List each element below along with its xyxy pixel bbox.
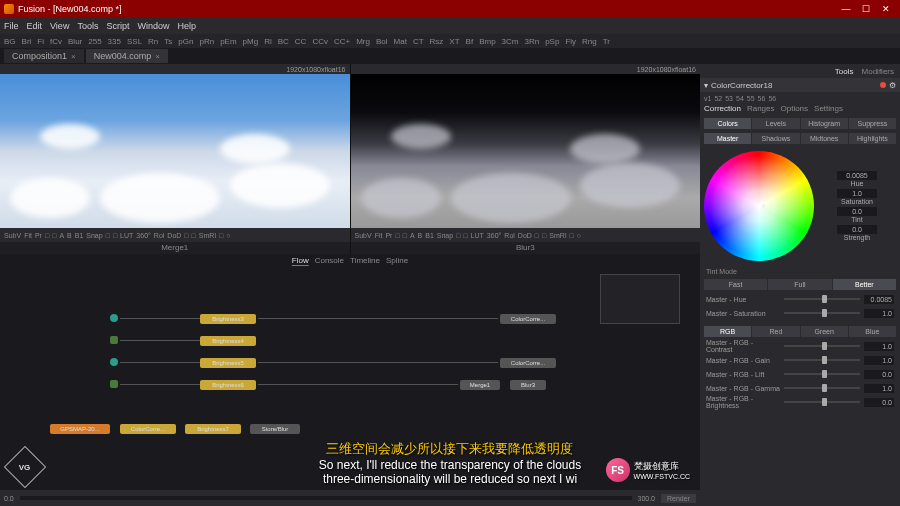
version-54[interactable]: 54 [736, 95, 744, 102]
shelf-ssl[interactable]: SSL [127, 37, 142, 46]
tab-colors[interactable]: Colors [704, 118, 751, 129]
shelf-xt[interactable]: XT [449, 37, 459, 46]
version-52[interactable]: 52 [714, 95, 722, 102]
node-colorcorrect[interactable]: ColorCorre... [500, 358, 556, 368]
viewer-tool[interactable]: ○ [577, 232, 581, 239]
shelf-fly[interactable]: Fly [565, 37, 576, 46]
tab-blue[interactable]: Blue [849, 326, 896, 337]
shelf-3cm[interactable]: 3Cm [502, 37, 519, 46]
node-source[interactable] [110, 358, 118, 366]
flow-navigator[interactable] [600, 274, 680, 324]
viewer-tool[interactable]: SmRl [549, 232, 566, 239]
node-source[interactable] [110, 336, 118, 344]
tab-rgb[interactable]: RGB [704, 326, 751, 337]
shelf-255[interactable]: 255 [88, 37, 101, 46]
shelf-rsz[interactable]: Rsz [430, 37, 444, 46]
menu-edit[interactable]: Edit [27, 21, 43, 31]
viewer-tool[interactable]: SmRl [199, 232, 216, 239]
tab-highlights[interactable]: Highlights [849, 133, 896, 144]
tab-levels[interactable]: Levels [752, 118, 799, 129]
tab-green[interactable]: Green [801, 326, 848, 337]
tab-midtones[interactable]: Midtones [801, 133, 848, 144]
version-56[interactable]: 56 [768, 95, 776, 102]
shelf-pmg[interactable]: pMg [243, 37, 259, 46]
shelf-bmp[interactable]: Bmp [479, 37, 495, 46]
viewer-tool[interactable]: □ [219, 232, 223, 239]
shelf-cc[interactable]: CC [295, 37, 307, 46]
tab-options[interactable]: Options [780, 104, 808, 116]
viewer-tool[interactable]: 360° [487, 232, 501, 239]
slider-master-rgb-contrast[interactable]: Master - RGB - Contrast1.0 [700, 339, 900, 353]
shelf-fcv[interactable]: fCv [50, 37, 62, 46]
shelf-tr[interactable]: Tr [603, 37, 610, 46]
gear-icon[interactable]: ⚙ [889, 81, 896, 90]
node-brightness6[interactable]: Brightness6 [200, 380, 256, 390]
shelf-psp[interactable]: pSp [545, 37, 559, 46]
viewer-tool[interactable]: □ [106, 232, 110, 239]
shelf-bol[interactable]: Bol [376, 37, 388, 46]
shelf-mrg[interactable]: Mrg [356, 37, 370, 46]
inspector-tab-modifiers[interactable]: Modifiers [862, 67, 894, 76]
tab-red[interactable]: Red [752, 326, 799, 337]
tab-suppress[interactable]: Suppress [849, 118, 896, 129]
shelf-rng[interactable]: Rng [582, 37, 597, 46]
viewer-tool[interactable]: □ [542, 232, 546, 239]
menu-script[interactable]: Script [106, 21, 129, 31]
shelf-fi[interactable]: Fi [37, 37, 44, 46]
close-icon[interactable]: × [155, 52, 160, 61]
viewer-tool[interactable]: Pr [385, 232, 392, 239]
shelf-bf[interactable]: Bf [466, 37, 474, 46]
tint-full[interactable]: Full [768, 279, 831, 290]
inspector-tab-tools[interactable]: Tools [835, 67, 854, 76]
tab-correction[interactable]: Correction [704, 104, 741, 116]
viewer-tool[interactable]: DoD [518, 232, 532, 239]
flow-tab-timeline[interactable]: Timeline [350, 256, 380, 266]
flow-tab-flow[interactable]: Flow [292, 256, 309, 266]
viewer-tool[interactable]: Rol [504, 232, 515, 239]
viewer-tool[interactable]: B1 [425, 232, 434, 239]
viewer-tool[interactable]: □ [463, 232, 467, 239]
menu-view[interactable]: View [50, 21, 69, 31]
flow-tab-spline[interactable]: Spline [386, 256, 408, 266]
minimize-button[interactable]: — [836, 4, 856, 14]
tab-master[interactable]: Master [704, 133, 751, 144]
shelf-ccv[interactable]: CCv [312, 37, 328, 46]
node-gpsmap[interactable]: GPSMAP-20... [50, 424, 110, 434]
viewer-tool[interactable]: Fit [24, 232, 32, 239]
shelf-pgn[interactable]: pGn [178, 37, 193, 46]
slider-master-rgb-lift[interactable]: Master - RGB - Lift0.0 [700, 367, 900, 381]
shelf-pem[interactable]: pEm [220, 37, 236, 46]
shelf-ts[interactable]: Ts [164, 37, 172, 46]
viewer-tool[interactable]: Snap [86, 232, 102, 239]
viewer-tool[interactable]: □ [45, 232, 49, 239]
slider-master-rgb-gamma[interactable]: Master - RGB - Gamma1.0 [700, 381, 900, 395]
viewer-tool[interactable]: Snap [437, 232, 453, 239]
viewer-tool[interactable]: SubV [4, 232, 21, 239]
shelf-prn[interactable]: pRn [199, 37, 214, 46]
version-53[interactable]: 53 [725, 95, 733, 102]
tab-new004[interactable]: New004.comp× [86, 49, 168, 63]
node-merge[interactable]: Merge1 [460, 380, 500, 390]
menu-help[interactable]: Help [177, 21, 196, 31]
viewer-tool[interactable]: 360° [136, 232, 150, 239]
viewer-tool[interactable]: B [67, 232, 72, 239]
viewer-tool[interactable]: □ [569, 232, 573, 239]
viewer-tool[interactable]: B1 [75, 232, 84, 239]
tab-composition1[interactable]: Composition1× [4, 49, 84, 63]
timeline-bar[interactable]: 0.0 300.0 Render [0, 490, 700, 506]
shelf-mat[interactable]: Mat [394, 37, 407, 46]
viewer-tool[interactable]: Fit [375, 232, 383, 239]
tab-shadows[interactable]: Shadows [752, 133, 799, 144]
viewer-b[interactable]: 1920x1080xfloat16 SubVFitPr□□ABB1Snap□□L… [351, 64, 701, 254]
node-blur[interactable]: Blur3 [510, 380, 546, 390]
node-colorcorrect[interactable]: ColorCorre... [500, 314, 556, 324]
shelf-bg[interactable]: BG [4, 37, 16, 46]
node-brightness5[interactable]: Brightness5 [200, 358, 256, 368]
shelf-bri[interactable]: Bri [22, 37, 32, 46]
viewer-tool[interactable]: SubV [355, 232, 372, 239]
sat-value[interactable]: 1.0 [837, 189, 877, 198]
version-v1[interactable]: v1 [704, 95, 711, 102]
viewer-tool[interactable]: □ [535, 232, 539, 239]
viewer-tool[interactable]: □ [113, 232, 117, 239]
shelf-bc[interactable]: BC [278, 37, 289, 46]
